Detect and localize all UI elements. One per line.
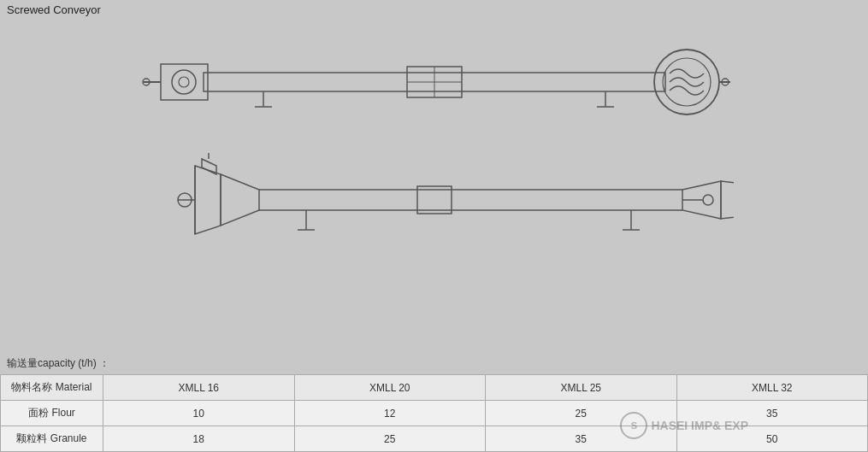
page-title: Screwed Conveyor xyxy=(7,3,101,16)
svg-point-24 xyxy=(703,195,713,205)
drawing-area xyxy=(0,17,868,333)
conveyor-bottom-view xyxy=(135,149,734,255)
capacity-label: 输送量capacity (t/h) ： xyxy=(0,353,868,374)
col-xmll20: XMLL 20 xyxy=(294,375,486,401)
col-xmll16: XMLL 16 xyxy=(103,375,295,401)
logo-icon: S xyxy=(620,412,647,439)
granule-xmll20: 25 xyxy=(294,426,486,452)
col-xmll32: XMLL 32 xyxy=(676,375,868,401)
material-flour: 面粉 Flour xyxy=(1,401,103,426)
material-granule: 颗粒料 Granule xyxy=(1,426,103,452)
flour-xmll20: 12 xyxy=(294,401,486,426)
logo-watermark: S HASEI IMP& EXP xyxy=(620,412,748,439)
svg-rect-23 xyxy=(417,186,452,214)
granule-xmll16: 18 xyxy=(103,426,295,452)
flour-xmll16: 10 xyxy=(103,401,295,426)
col-xmll25: XMLL 25 xyxy=(486,375,677,401)
table-header-row: 物料名称 Material XMLL 16 XMLL 20 XMLL 25 XM… xyxy=(1,375,868,401)
svg-point-3 xyxy=(179,77,189,87)
logo-text: HASEI IMP& EXP xyxy=(651,419,748,432)
col-material: 物料名称 Material xyxy=(1,375,103,401)
conveyor-top-view xyxy=(135,43,734,123)
svg-point-2 xyxy=(172,70,196,94)
